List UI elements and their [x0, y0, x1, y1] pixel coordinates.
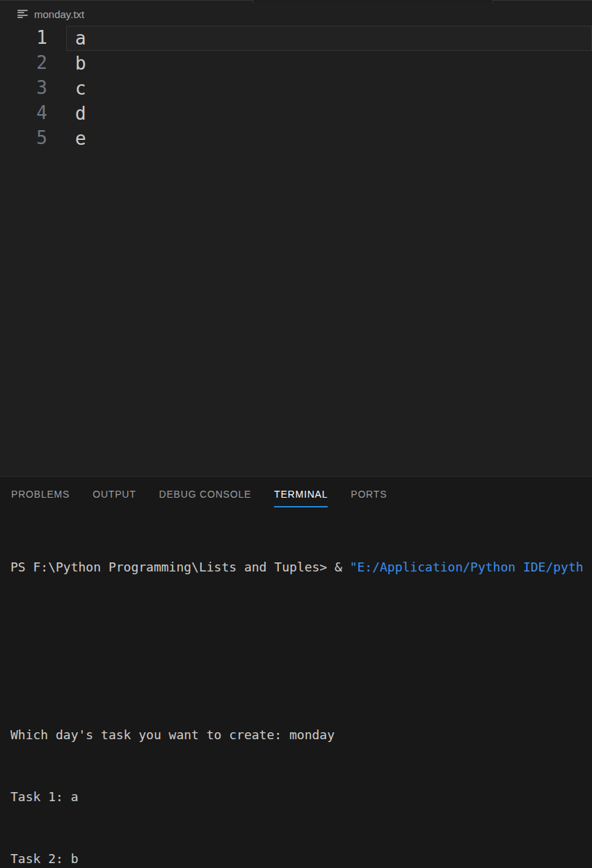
terminal-prompt-text: PS F:\Python Programming\Lists and Tuple…	[10, 560, 350, 574]
tab-top-border	[493, 0, 592, 1]
tab-top-border	[0, 0, 253, 1]
terminal-line: Which day's task you want to create: mon…	[10, 726, 592, 744]
panel-tab[interactable]: OUTPUT	[93, 489, 136, 507]
breadcrumb[interactable]: monday.txt	[0, 3, 592, 24]
line-content[interactable]: e	[66, 126, 592, 151]
editor-line: 2 b	[0, 51, 592, 76]
panel-tab[interactable]: DEBUG CONSOLE	[159, 489, 252, 507]
editor-line: 4 d	[0, 101, 592, 126]
editor-line: 5 e	[0, 126, 592, 151]
terminal-line: Task 1: a	[10, 788, 592, 806]
line-content[interactable]: c	[66, 76, 592, 101]
terminal-output-lines: Which day's task you want to create: mon…	[10, 606, 592, 868]
editor-pane[interactable]: 1 a 2 b 3 c 4 d 5 e	[0, 24, 592, 476]
terminal-prompt-line: PS F:\Python Programming\Lists and Tuple…	[10, 558, 592, 576]
line-content[interactable]: a	[66, 26, 592, 51]
panel-tab[interactable]: PROBLEMS	[11, 489, 70, 507]
bottom-panel: PROBLEMS OUTPUT DEBUG CONSOLE TERMINAL P…	[0, 476, 592, 868]
line-number: 1	[0, 26, 47, 51]
terminal-line: Task 2: b	[10, 850, 592, 868]
panel-tab[interactable]: PORTS	[351, 489, 387, 507]
line-number: 4	[0, 101, 47, 126]
line-content[interactable]: d	[66, 101, 592, 126]
vscode-window: { "breadcrumb": { "file_name": "monday.t…	[0, 0, 592, 868]
editor-line: 1 a	[0, 26, 592, 51]
line-number: 2	[0, 51, 47, 76]
editor-lines: 1 a 2 b 3 c 4 d 5 e	[0, 26, 592, 151]
breadcrumb-file-name[interactable]: monday.txt	[34, 8, 84, 20]
panel-tab-bar: PROBLEMS OUTPUT DEBUG CONSOLE TERMINAL P…	[11, 489, 410, 507]
editor-line: 3 c	[0, 76, 592, 101]
line-content[interactable]: b	[66, 51, 592, 76]
terminal-output[interactable]: PS F:\Python Programming\Lists and Tuple…	[10, 529, 592, 868]
panel-tab[interactable]: TERMINAL	[274, 489, 328, 507]
terminal-command-path: "E:/Application/Python IDE/pyth	[350, 560, 584, 574]
terminal-line	[10, 664, 592, 682]
line-number: 5	[0, 126, 47, 151]
text-file-icon	[17, 10, 28, 19]
line-number: 3	[0, 76, 47, 101]
